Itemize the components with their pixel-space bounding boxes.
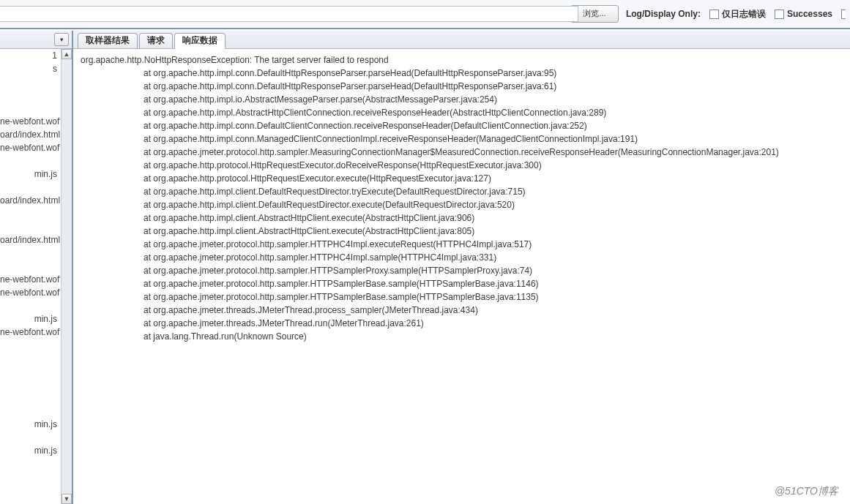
list-item[interactable]: ne-webfont.woff2 bbox=[0, 273, 57, 286]
filter-dropdown[interactable]: ▾ bbox=[54, 33, 69, 46]
list-item[interactable] bbox=[0, 75, 57, 89]
response-text[interactable]: org.apache.http.NoHttpResponseException:… bbox=[73, 49, 850, 504]
successes-checkbox[interactable]: Successes bbox=[775, 9, 832, 19]
list-item[interactable]: oard/index.html bbox=[0, 128, 57, 141]
stack-line: at org.apache.jmeter.protocol.http.sampl… bbox=[81, 146, 843, 159]
list-item[interactable] bbox=[0, 181, 57, 194]
log-errors-checkbox[interactable]: 仅日志错误 bbox=[709, 8, 766, 20]
list-item[interactable]: oard/index.html bbox=[0, 194, 57, 207]
successes-label: Successes bbox=[787, 9, 832, 19]
scroll-up-icon[interactable]: ▲ bbox=[61, 49, 72, 59]
list-item[interactable] bbox=[0, 339, 57, 352]
list-item[interactable] bbox=[0, 391, 57, 405]
tab-sampler-result[interactable]: 取样器结果 bbox=[78, 33, 138, 48]
list-item[interactable]: min.js bbox=[0, 418, 57, 431]
stack-line: at org.apache.jmeter.threads.JMeterThrea… bbox=[81, 304, 843, 317]
stack-line: at org.apache.http.impl.client.AbstractH… bbox=[81, 211, 843, 225]
list-item[interactable] bbox=[0, 154, 57, 168]
list-item[interactable]: 1 bbox=[0, 49, 57, 62]
stack-line: at org.apache.http.protocol.HttpRequestE… bbox=[81, 172, 843, 185]
list-item[interactable] bbox=[0, 207, 57, 220]
list-item[interactable] bbox=[0, 365, 57, 378]
list-item[interactable]: min.js bbox=[0, 444, 57, 457]
checkbox-icon bbox=[709, 10, 719, 19]
stack-line: at org.apache.jmeter.protocol.http.sampl… bbox=[81, 277, 843, 290]
stack-line: at org.apache.http.impl.conn.DefaultClie… bbox=[81, 119, 843, 132]
stack-line: at org.apache.jmeter.protocol.http.sampl… bbox=[81, 238, 843, 251]
stack-line: at org.apache.http.impl.client.DefaultRe… bbox=[81, 198, 843, 211]
list-item[interactable]: s bbox=[0, 62, 57, 75]
list-item[interactable]: ne-webfont.woff2 bbox=[0, 115, 57, 128]
tab-response-data[interactable]: 响应数据 bbox=[174, 33, 225, 49]
content-panel: 取样器结果 请求 响应数据 org.apache.http.NoHttpResp… bbox=[73, 31, 850, 504]
list-item[interactable] bbox=[0, 431, 57, 444]
list-item[interactable] bbox=[0, 352, 57, 365]
toolbar: 浏览... Log/Display Only: 仅日志错误 Successes bbox=[0, 0, 850, 29]
stack-line: at org.apache.jmeter.threads.JMeterThrea… bbox=[81, 317, 843, 330]
stack-line: at org.apache.http.impl.client.DefaultRe… bbox=[81, 185, 843, 198]
log-display-label: Log/Display Only: bbox=[626, 9, 701, 19]
sidebar-scrollbar[interactable]: ▲ ▼ bbox=[61, 49, 72, 504]
list-item[interactable] bbox=[0, 89, 57, 102]
sidebar-body: 1sne-webfont.woff2oard/index.htmlne-webf… bbox=[0, 49, 72, 504]
tab-bar: 取样器结果 请求 响应数据 bbox=[73, 31, 850, 49]
stack-line: at org.apache.http.impl.conn.DefaultHttp… bbox=[81, 80, 843, 93]
list-item[interactable] bbox=[0, 405, 57, 418]
scroll-down-icon[interactable]: ▼ bbox=[61, 494, 72, 504]
results-list[interactable]: 1sne-webfont.woff2oard/index.htmlne-webf… bbox=[0, 49, 60, 504]
sidebar-header: ▾ bbox=[0, 31, 72, 49]
list-item[interactable]: oard/index.html bbox=[0, 233, 57, 247]
stack-line: at org.apache.http.impl.io.AbstractMessa… bbox=[81, 93, 843, 106]
list-item[interactable] bbox=[0, 102, 57, 115]
list-item[interactable] bbox=[0, 299, 57, 312]
filter-input[interactable] bbox=[0, 6, 578, 22]
list-item[interactable]: ne-webfont.woff2 bbox=[0, 141, 57, 154]
stack-line: at org.apache.http.impl.AbstractHttpClie… bbox=[81, 106, 843, 119]
stack-line: at org.apache.http.impl.conn.DefaultHttp… bbox=[81, 67, 843, 80]
main-area: ▾ 1sne-webfont.woff2oard/index.htmlne-we… bbox=[0, 31, 850, 504]
list-item[interactable] bbox=[0, 220, 57, 233]
list-item[interactable]: ne-webfont.woff2 bbox=[0, 326, 57, 339]
log-errors-label: 仅日志错误 bbox=[722, 8, 766, 20]
stack-line: at org.apache.jmeter.protocol.http.sampl… bbox=[81, 264, 843, 277]
results-tree-panel: ▾ 1sne-webfont.woff2oard/index.htmlne-we… bbox=[0, 31, 73, 504]
stack-line: at org.apache.http.protocol.HttpRequestE… bbox=[81, 159, 843, 172]
stack-line: at org.apache.jmeter.protocol.http.sampl… bbox=[81, 290, 843, 304]
truncated-checkbox[interactable] bbox=[841, 10, 846, 19]
list-item[interactable] bbox=[0, 260, 57, 273]
list-item[interactable]: min.js bbox=[0, 168, 57, 181]
tab-request[interactable]: 请求 bbox=[139, 33, 173, 48]
stack-head: org.apache.http.NoHttpResponseException:… bbox=[81, 53, 843, 67]
stack-line: at org.apache.jmeter.protocol.http.sampl… bbox=[81, 251, 843, 264]
stack-line: at org.apache.http.impl.conn.ManagedClie… bbox=[81, 132, 843, 146]
checkbox-icon bbox=[775, 10, 784, 19]
list-item[interactable]: ne-webfont.woff2 bbox=[0, 286, 57, 299]
stack-line: at org.apache.http.impl.client.AbstractH… bbox=[81, 225, 843, 238]
list-item[interactable] bbox=[0, 378, 57, 391]
list-item[interactable]: min.js bbox=[0, 312, 57, 326]
list-item[interactable] bbox=[0, 247, 57, 260]
stack-line: at java.lang.Thread.run(Unknown Source) bbox=[81, 330, 843, 343]
